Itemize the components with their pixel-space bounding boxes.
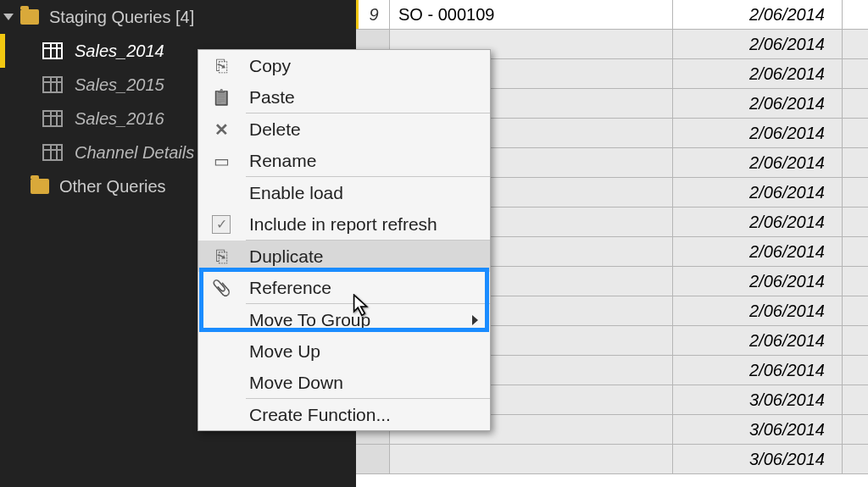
cell-date[interactable]: 2/06/2014 [673,178,843,207]
menu-label: Paste [236,87,490,108]
folder-icon [31,179,49,194]
reference-icon [207,278,236,298]
table-row[interactable]: 9 SO - 000109 2/06/2014 [356,0,868,30]
query-label: Sales_2015 [75,75,164,95]
menu-label: Create Function... [236,405,490,425]
group-staging-queries[interactable]: Staging Queries [4] [0,0,356,34]
delete-icon [207,119,236,140]
query-label: Channel Details [75,143,194,163]
cell-date[interactable]: 2/06/2014 [673,59,843,88]
table-icon [42,76,63,93]
folder-icon [20,9,39,25]
cell-date[interactable]: 2/06/2014 [673,119,843,147]
blank-icon [207,373,236,393]
cell-date[interactable]: 2/06/2014 [673,89,843,118]
menu-label: Include in report refresh [236,214,490,235]
cell-blank [843,0,868,29]
menu-label: Move To Group [236,310,472,330]
menu-move-up[interactable]: Move Up [198,335,490,367]
menu-label: Reference [236,278,490,298]
menu-label: Move Up [236,341,490,362]
table-icon [42,42,63,59]
menu-move-to-group[interactable]: Move To Group [198,304,490,335]
cell-date[interactable]: 2/06/2014 [673,237,843,266]
blank-icon [207,310,236,330]
menu-reference[interactable]: Reference [198,272,490,303]
cell-date[interactable]: 2/06/2014 [673,296,843,325]
blank-icon [207,341,236,362]
row-number [356,445,390,473]
table-icon [42,144,63,161]
paste-icon [207,87,236,108]
menu-delete[interactable]: Delete [198,113,490,145]
menu-duplicate[interactable]: Duplicate [198,241,490,272]
table-row[interactable]: 3/06/2014 [356,445,868,474]
menu-create-function[interactable]: Create Function... [198,399,490,430]
menu-rename[interactable]: Rename [198,145,490,176]
cell-date[interactable]: 2/06/2014 [673,148,843,177]
blank-icon [207,405,236,425]
menu-label: Delete [236,119,490,140]
query-label: Sales_2014 [75,42,164,61]
menu-enable-load[interactable]: Enable load [198,177,490,208]
expand-icon[interactable] [3,14,14,20]
menu-move-down[interactable]: Move Down [198,367,490,398]
group-label: Other Queries [59,177,166,196]
cell-date[interactable]: 3/06/2014 [673,445,843,473]
cell-order[interactable]: SO - 000109 [390,0,673,29]
cell-date[interactable]: 2/06/2014 [673,0,843,29]
context-menu: Copy Paste Delete Rename Enable load ✓ I… [198,49,491,431]
rename-icon [207,151,236,171]
cell-date[interactable]: 2/06/2014 [673,356,843,385]
menu-label: Move Down [236,373,490,393]
menu-label: Copy [236,56,490,76]
cell-date[interactable]: 2/06/2014 [673,326,843,355]
row-number: 9 [356,0,390,29]
menu-label: Enable load [236,183,490,203]
cell-order[interactable] [390,445,673,473]
group-label: Staging Queries [4] [49,8,194,27]
cell-date[interactable]: 3/06/2014 [673,385,843,414]
blank-icon [207,183,236,203]
menu-copy[interactable]: Copy [198,50,490,81]
cell-date[interactable]: 2/06/2014 [673,208,843,236]
query-label: Sales_2016 [75,109,164,129]
cell-date[interactable]: 2/06/2014 [673,267,843,296]
submenu-arrow-icon [472,315,478,325]
menu-label: Duplicate [236,246,490,267]
cell-date[interactable]: 3/06/2014 [673,415,843,444]
menu-label: Rename [236,151,490,171]
table-icon [42,110,63,127]
copy-icon [207,56,236,76]
cell-date[interactable]: 2/06/2014 [673,30,843,58]
menu-paste[interactable]: Paste [198,81,490,113]
menu-include-refresh[interactable]: ✓ Include in report refresh [198,208,490,240]
duplicate-icon [207,246,236,267]
checkbox-icon: ✓ [207,214,236,235]
